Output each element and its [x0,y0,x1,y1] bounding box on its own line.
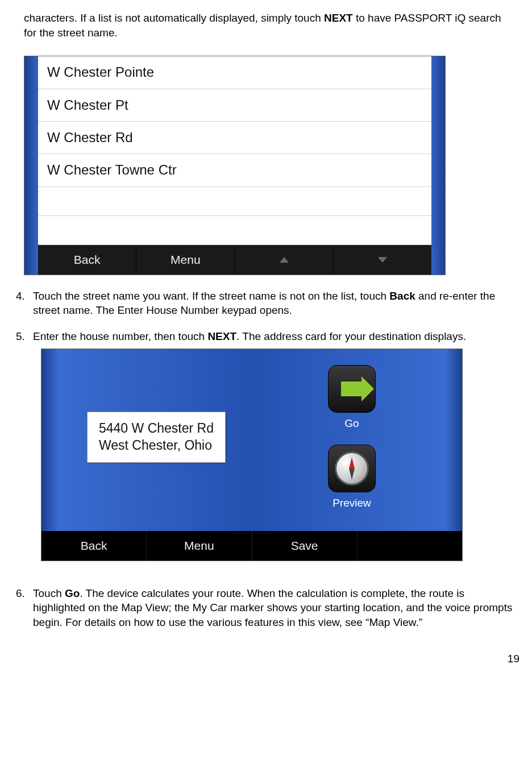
step-number: 4. [16,289,33,318]
step-6-text-c: . The device calculates your route. When… [33,587,512,628]
address-card: 5440 W Chester Rd West Chester, Ohio [87,412,226,463]
step-5-text-b: NEXT [207,330,236,342]
chevron-up-icon [280,257,289,263]
menu-button[interactable]: Menu [147,531,252,561]
street-item[interactable]: W Chester Rd [38,122,431,154]
address-line1: 5440 W Chester Rd [99,420,214,437]
step-5-text-a: Enter the house number, then touch [33,330,207,342]
preview-label: Preview [321,496,383,511]
street-list-screenshot: W Chester Pointe W Chester Pt W Chester … [24,56,446,275]
street-item-empty [38,187,431,216]
intro-text-b: NEXT [324,12,353,24]
step-5: 5. Enter the house number, then touch NE… [16,329,516,575]
compass-icon [335,451,369,486]
go-label: Go [321,416,383,431]
intro-paragraph: characters. If a list is not automatical… [24,11,516,40]
list-toolbar: Back Menu [38,245,431,275]
arrow-right-icon [341,381,363,396]
street-item[interactable]: W Chester Pointe [38,56,431,89]
street-item[interactable]: W Chester Pt [38,89,431,122]
step-4-text-a: Touch the street name you want. If the s… [33,290,389,302]
preview-button[interactable]: Preview [321,445,383,511]
step-number: 6. [16,586,33,630]
scroll-down-button[interactable] [334,245,431,275]
step-number: 5. [16,329,33,575]
scroll-up-button[interactable] [235,245,334,275]
page-number: 19 [16,652,519,666]
address-card-screenshot: 5440 W Chester Rd West Chester, Ohio Go … [41,349,463,561]
menu-button[interactable]: Menu [136,245,235,275]
step-6-text-b: Go [65,587,80,599]
go-button[interactable]: Go [321,365,383,431]
street-item-empty [38,216,431,245]
card-toolbar: Back Menu Save [41,531,462,561]
chevron-down-icon [378,257,387,263]
step-6: 6. Touch Go. The device calculates your … [16,586,516,630]
step-5-text-c: . The address card for your destination … [236,330,466,342]
step-6-text-a: Touch [33,587,65,599]
step-4: 4. Touch the street name you want. If th… [16,289,516,318]
back-button[interactable]: Back [41,531,147,561]
step-4-text-b: Back [389,290,415,302]
street-item[interactable]: W Chester Towne Ctr [38,154,431,186]
intro-text-a: characters. If a list is not automatical… [24,12,324,24]
address-line2: West Chester, Ohio [99,437,214,454]
back-button[interactable]: Back [38,245,136,275]
save-button[interactable]: Save [252,531,358,561]
street-list: W Chester Pointe W Chester Pt W Chester … [38,56,431,245]
